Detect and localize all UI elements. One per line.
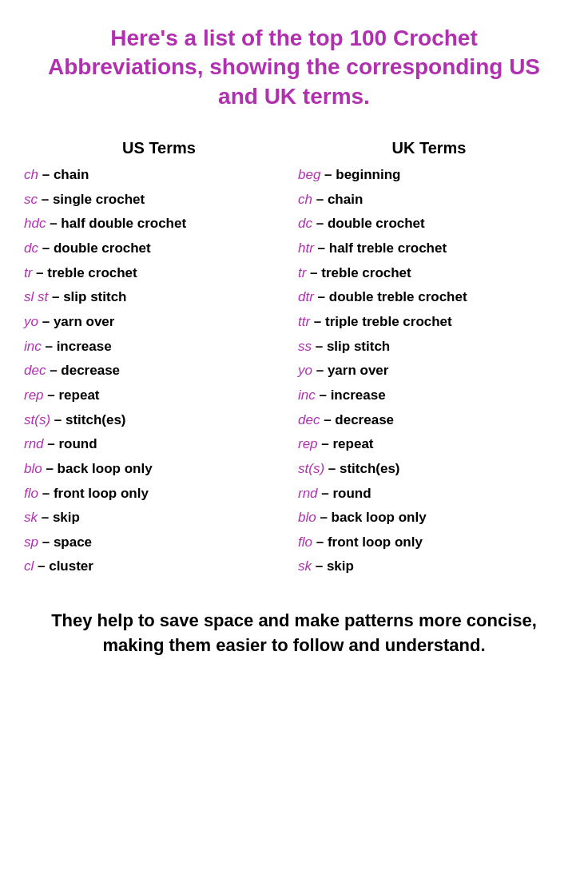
uk-dash: –	[318, 436, 333, 451]
uk-definition: beginning	[336, 167, 400, 182]
uk-definition: decrease	[335, 412, 394, 427]
us-definition: increase	[57, 339, 112, 354]
uk-definition: chain	[328, 192, 363, 207]
us-definition: stitch(es)	[66, 412, 126, 427]
us-dash: –	[38, 167, 54, 182]
header-title: Here's a list of the top 100 Crochet Abb…	[24, 16, 564, 119]
uk-column: beg – beginningch – chaindc – double cro…	[298, 165, 564, 577]
uk-term-row: tr – treble crochet	[298, 264, 564, 284]
columns-container: ch – chainsc – single crochethdc – half …	[24, 165, 564, 577]
us-dash: –	[34, 558, 49, 574]
us-abbr: yo	[24, 314, 38, 329]
us-definition: yarn over	[54, 314, 115, 329]
uk-abbr: blo	[298, 510, 316, 525]
us-dash: –	[50, 412, 66, 427]
us-definition: chain	[54, 167, 89, 182]
uk-term-row: ttr – triple treble crochet	[298, 312, 564, 332]
uk-dash: –	[314, 240, 329, 256]
uk-dash: –	[312, 558, 327, 574]
us-definition: decrease	[61, 363, 120, 378]
uk-term-row: blo – back loop only	[298, 508, 564, 528]
uk-dash: –	[312, 216, 328, 231]
us-term-row: sk – skip	[24, 508, 290, 528]
us-term-row: rep – repeat	[24, 386, 290, 406]
uk-abbr: ttr	[298, 314, 310, 329]
uk-term-row: rnd – round	[298, 484, 564, 504]
uk-term-row: flo – front loop only	[298, 533, 564, 553]
us-term-row: ch – chain	[24, 165, 290, 185]
uk-definition: double crochet	[328, 216, 425, 231]
us-term-row: flo – front loop only	[24, 484, 290, 504]
uk-dash: –	[316, 510, 332, 525]
us-abbr: ch	[24, 167, 38, 182]
us-abbr: hdc	[24, 216, 46, 231]
uk-term-row: htr – half treble crochet	[298, 239, 564, 259]
us-definition: skip	[53, 510, 80, 525]
uk-dash: –	[312, 339, 327, 354]
uk-dash: –	[320, 412, 335, 427]
uk-term-row: st(s) – stitch(es)	[298, 459, 564, 479]
uk-term-row: inc – increase	[298, 386, 564, 406]
uk-definition: triple treble crochet	[325, 314, 452, 329]
uk-abbr: yo	[298, 363, 312, 378]
footer-text: They help to save space and make pattern…	[24, 601, 564, 666]
uk-term-row: ss – slip stitch	[298, 337, 564, 357]
us-definition: cluster	[49, 558, 93, 574]
uk-abbr: htr	[298, 240, 314, 256]
uk-abbr: dtr	[298, 289, 314, 304]
us-term-row: sl st – slip stitch	[24, 288, 290, 308]
us-definition: space	[54, 534, 92, 550]
uk-term-row: dec – decrease	[298, 411, 564, 431]
uk-abbr: sk	[298, 558, 312, 574]
us-column: ch – chainsc – single crochethdc – half …	[24, 165, 290, 577]
us-dash: –	[44, 387, 59, 403]
us-abbr: dec	[24, 363, 46, 378]
us-definition: front loop only	[54, 486, 149, 501]
us-abbr: dc	[24, 240, 38, 256]
uk-term-row: ch – chain	[298, 190, 564, 210]
uk-abbr: ss	[298, 339, 312, 354]
uk-abbr: dc	[298, 216, 312, 231]
us-dash: –	[42, 461, 58, 476]
uk-abbr: rep	[298, 436, 318, 451]
uk-dash: –	[318, 486, 333, 501]
us-term-row: blo – back loop only	[24, 459, 290, 479]
uk-dash: –	[312, 534, 328, 550]
us-abbr: sc	[24, 192, 38, 207]
uk-definition: front loop only	[328, 534, 423, 550]
us-definition: half double crochet	[61, 216, 186, 231]
uk-definition: increase	[331, 387, 386, 403]
us-dash: –	[38, 240, 54, 256]
us-dash: –	[38, 534, 54, 550]
uk-dash: –	[314, 289, 329, 304]
uk-dash: –	[312, 363, 328, 378]
uk-definition: half treble crochet	[329, 240, 447, 256]
uk-dash: –	[306, 265, 321, 280]
uk-terms-header: UK Terms	[294, 139, 564, 157]
us-dash: –	[38, 486, 54, 501]
uk-definition: back loop only	[332, 510, 427, 525]
us-dash: –	[46, 216, 61, 231]
uk-term-row: sk – skip	[298, 557, 564, 577]
us-dash: –	[32, 265, 47, 280]
us-abbr: cl	[24, 558, 34, 574]
us-abbr: rep	[24, 387, 44, 403]
us-definition: treble crochet	[47, 265, 137, 280]
us-dash: –	[48, 289, 63, 304]
us-abbr: sl st	[24, 289, 48, 304]
uk-definition: skip	[327, 558, 354, 574]
uk-abbr: rnd	[298, 486, 318, 501]
us-abbr: sp	[24, 534, 38, 550]
uk-dash: –	[316, 387, 331, 403]
uk-definition: yarn over	[328, 363, 389, 378]
uk-definition: treble crochet	[321, 265, 411, 280]
us-definition: round	[58, 436, 97, 451]
us-abbr: flo	[24, 486, 38, 501]
us-term-row: sc – single crochet	[24, 190, 290, 210]
us-abbr: st(s)	[24, 412, 50, 427]
uk-term-row: dc – double crochet	[298, 214, 564, 234]
uk-dash: –	[320, 167, 336, 182]
us-term-row: dec – decrease	[24, 361, 290, 381]
uk-dash: –	[324, 461, 340, 476]
uk-definition: double treble crochet	[329, 289, 467, 304]
